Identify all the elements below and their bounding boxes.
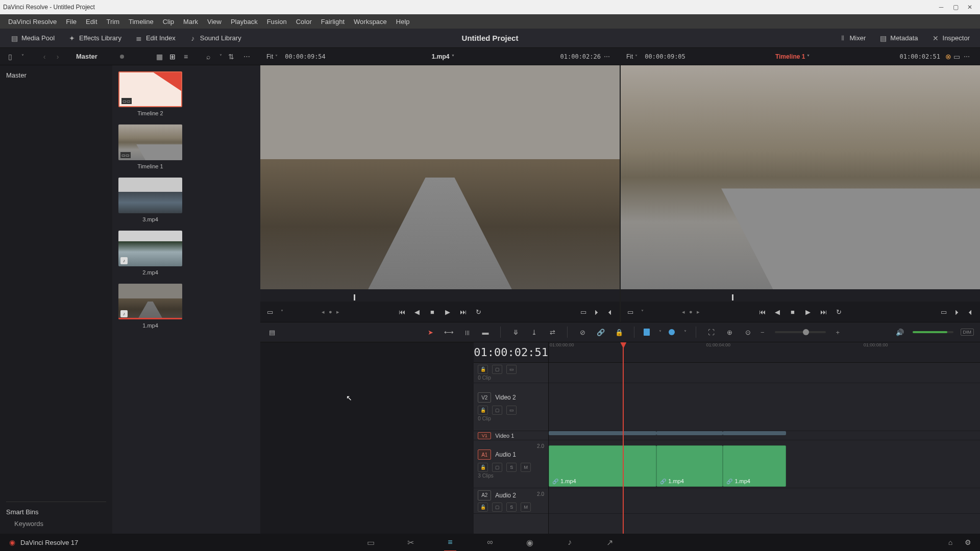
- single-viewer-icon[interactable]: ▭: [952, 53, 961, 61]
- menu-file[interactable]: File: [62, 16, 81, 27]
- last-frame-button[interactable]: ⏭: [458, 307, 468, 316]
- zoom-custom-icon[interactable]: ⊙: [742, 327, 753, 338]
- overwrite-clip-icon[interactable]: ⤓: [528, 327, 540, 338]
- timeline-name[interactable]: Timeline 1: [775, 53, 805, 60]
- jog-fwd-icon[interactable]: ▸: [697, 309, 700, 315]
- home-icon[interactable]: ⌂: [946, 538, 954, 546]
- src-clip-name[interactable]: 1.mp4: [432, 53, 450, 60]
- play-button[interactable]: ▶: [803, 307, 813, 316]
- loop-button[interactable]: ↻: [474, 307, 483, 316]
- insert-clip-icon[interactable]: ⤋: [510, 327, 521, 338]
- match-frame-icon[interactable]: ▭: [939, 307, 948, 316]
- bin-keywords[interactable]: Keywords: [6, 518, 106, 530]
- menu-edit[interactable]: Edit: [82, 16, 101, 27]
- page-media[interactable]: ▭: [363, 535, 378, 549]
- program-scrubber[interactable]: [621, 289, 980, 302]
- track-head-a1[interactable]: 2.0 A1 Audio 1 🔓 ▢ S M 3 Clips: [474, 440, 548, 488]
- program-frame[interactable]: [621, 65, 980, 289]
- layout-icon[interactable]: ▯: [6, 53, 14, 61]
- jog-back-icon[interactable]: ◂: [322, 309, 325, 315]
- inspector-toggle[interactable]: ✕ Inspector: [927, 33, 974, 43]
- track-head-v2[interactable]: V2 Video 2 🔓 ▢ ▭ 0 Clip: [474, 383, 548, 431]
- playhead[interactable]: [623, 342, 624, 534]
- tl-timecode[interactable]: 00:00:09:05: [645, 53, 685, 60]
- page-color[interactable]: ◉: [523, 535, 537, 549]
- menu-view[interactable]: View: [203, 16, 226, 27]
- mute-button[interactable]: M: [521, 463, 531, 472]
- track-tag-v2[interactable]: V2: [478, 392, 491, 403]
- match-frame-icon[interactable]: ▭: [579, 307, 588, 316]
- track-a1-lane[interactable]: 🔗1.mp4 🔗1.mp4 🔗1.mp4: [549, 440, 980, 488]
- thumb-1mp4[interactable]: ♪ 1.mp4: [118, 284, 182, 329]
- page-fusion[interactable]: ∞: [483, 535, 497, 549]
- solo-button[interactable]: S: [506, 463, 517, 472]
- mark-out-icon[interactable]: ⏴: [966, 307, 975, 316]
- clip-audio-2[interactable]: 🔗1.mp4: [656, 445, 723, 487]
- overlay-mode-icon[interactable]: ▭: [265, 307, 275, 316]
- menu-davinciresolve[interactable]: DaVinci Resolve: [4, 16, 61, 27]
- marker-blue-icon[interactable]: [669, 329, 675, 335]
- dim-button[interactable]: DIM: [961, 329, 974, 336]
- last-frame-button[interactable]: ⏭: [819, 307, 828, 316]
- lock-track-icon[interactable]: 🔓: [478, 406, 488, 415]
- window-maximize-button[interactable]: ▢: [948, 2, 963, 12]
- first-frame-button[interactable]: ⏮: [757, 307, 767, 316]
- mark-in-icon[interactable]: ⏵: [592, 307, 601, 316]
- edit-index-toggle[interactable]: ≣ Edit Index: [131, 33, 180, 43]
- menu-fusion[interactable]: Fusion: [263, 16, 291, 27]
- track-tag-v1[interactable]: V1: [478, 432, 491, 439]
- volume-icon[interactable]: 🔊: [894, 327, 905, 338]
- menu-trim[interactable]: Trim: [103, 16, 124, 27]
- strip-view-icon[interactable]: ⊞: [168, 53, 177, 61]
- zoom-in-button[interactable]: +: [836, 329, 840, 336]
- volume-slider[interactable]: [913, 331, 953, 333]
- mark-out-icon[interactable]: ⏴: [605, 307, 615, 316]
- track-head-a2[interactable]: 2.0 A2 Audio 2 🔓 ▢ S M: [474, 488, 548, 514]
- track-head-v1[interactable]: V1 Video 1: [474, 431, 548, 440]
- solo-button[interactable]: S: [506, 503, 517, 512]
- thumb-timeline1[interactable]: ▭▭ Timeline 1: [118, 124, 182, 169]
- zoom-full-icon[interactable]: ⛶: [705, 327, 717, 338]
- sort-icon[interactable]: ⇅: [227, 53, 235, 61]
- loop-button[interactable]: ↻: [834, 307, 843, 316]
- first-frame-button[interactable]: ⏮: [397, 307, 406, 316]
- page-fairlight[interactable]: ♪: [562, 535, 577, 549]
- bin-master[interactable]: Master: [6, 69, 106, 81]
- timeline-tc-display[interactable]: 01:00:02:51: [474, 342, 548, 363]
- menu-color[interactable]: Color: [292, 16, 316, 27]
- nav-fwd-icon[interactable]: ›: [54, 53, 62, 61]
- mediapool-options-icon[interactable]: ⋯: [240, 53, 254, 60]
- prev-frame-button[interactable]: ◀: [412, 307, 422, 316]
- src-options-icon[interactable]: ⋯: [601, 53, 614, 60]
- track-v1-lane[interactable]: [549, 431, 980, 440]
- chevron-down-icon[interactable]: ˅: [452, 54, 454, 60]
- link-icon[interactable]: 🔗: [595, 327, 606, 338]
- src-fit-dropdown[interactable]: Fit˅: [266, 53, 278, 60]
- thumbnail-view-icon[interactable]: ▦: [155, 53, 163, 61]
- src-timecode[interactable]: 00:00:09:54: [285, 53, 325, 60]
- source-scrubber[interactable]: [260, 289, 620, 302]
- track-v3-lane[interactable]: [549, 363, 980, 383]
- source-frame[interactable]: [260, 65, 620, 289]
- overlay-mode-icon[interactable]: ▭: [626, 307, 635, 316]
- menu-workspace[interactable]: Workspace: [350, 16, 391, 27]
- stop-button[interactable]: ■: [788, 307, 797, 316]
- track-v2-lane[interactable]: [549, 383, 980, 431]
- disable-video-icon[interactable]: ▭: [506, 365, 517, 374]
- sound-library-toggle[interactable]: ♪ Sound Library: [185, 33, 246, 43]
- selection-tool-icon[interactable]: ➤: [425, 327, 436, 338]
- jog-back-icon[interactable]: ◂: [682, 309, 685, 315]
- project-settings-icon[interactable]: ⚙: [964, 538, 972, 546]
- menu-playback[interactable]: Playback: [227, 16, 262, 27]
- tl-options-icon[interactable]: ⋯: [961, 53, 974, 60]
- timeline-ruler[interactable]: 01:00:00:00 01:00:04:00 01:00:08:00: [549, 342, 980, 363]
- clip-audio-1[interactable]: 🔗1.mp4: [549, 445, 656, 487]
- smartbins-header[interactable]: Smart Bins: [6, 506, 106, 518]
- auto-select-icon[interactable]: ▢: [492, 503, 502, 512]
- page-cut[interactable]: ✂: [403, 535, 418, 549]
- clip-audio-3[interactable]: 🔗1.mp4: [723, 445, 786, 487]
- lock-track-icon[interactable]: 🔓: [478, 503, 488, 512]
- menu-help[interactable]: Help: [392, 16, 414, 27]
- clip-video[interactable]: [656, 431, 723, 435]
- track-tag-a2[interactable]: A2: [478, 490, 491, 500]
